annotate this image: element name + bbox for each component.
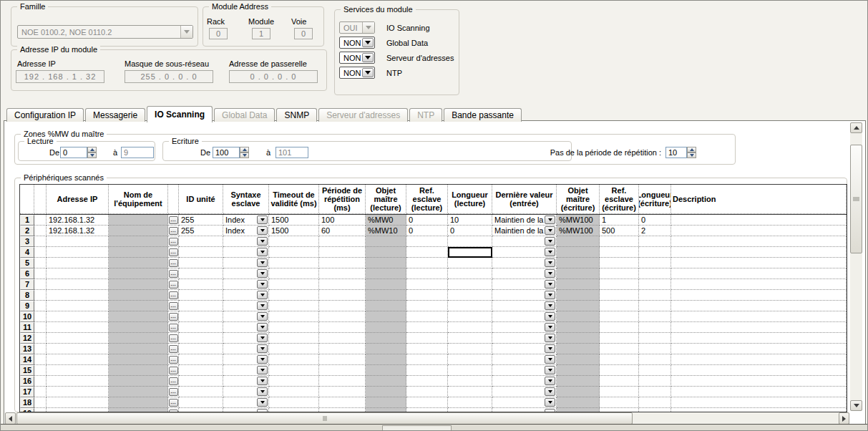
cell-syntax-10[interactable]	[223, 311, 269, 322]
cell-long_e-5[interactable]	[639, 258, 671, 268]
browse-button[interactable]: ...	[169, 281, 178, 289]
cell-ref_l-8[interactable]	[406, 290, 448, 301]
cell-ref_l-6[interactable]	[406, 268, 448, 279]
cell-ref_e-1[interactable]: 1	[600, 215, 639, 226]
cell-desc-8[interactable]	[671, 290, 847, 301]
cell-timeout-16[interactable]	[269, 376, 319, 387]
cell-ref_l-16[interactable]	[406, 376, 448, 387]
cell-blank-14[interactable]	[34, 354, 47, 365]
cell-long_l-3[interactable]	[448, 236, 492, 247]
cell-derniere-4[interactable]	[492, 247, 557, 258]
cell-syntax-9[interactable]	[223, 301, 269, 311]
cell-long_l-7[interactable]	[448, 279, 492, 290]
cell-syntax-7[interactable]	[223, 279, 269, 290]
row-header-9[interactable]: 9	[20, 301, 34, 311]
cell-long_e-4[interactable]	[639, 247, 671, 258]
cell-blank-2[interactable]	[34, 226, 47, 236]
syntax-dropdown-button[interactable]	[257, 398, 268, 407]
cell-timeout-3[interactable]	[269, 236, 319, 247]
row-header-2[interactable]: 2	[20, 226, 34, 236]
cell-timeout-11[interactable]	[269, 322, 319, 333]
syntax-dropdown-button[interactable]	[257, 216, 268, 224]
cell-ref_e-16[interactable]	[600, 376, 639, 387]
cell-derniere-13[interactable]	[492, 344, 557, 354]
derniere-valeur-dropdown-button[interactable]	[545, 301, 555, 310]
cell-desc-6[interactable]	[671, 268, 847, 279]
cell-periode-4[interactable]	[319, 247, 366, 258]
cell-ref_e-3[interactable]	[600, 236, 639, 247]
row-header-18[interactable]: 18	[20, 397, 34, 408]
cell-long_e-11[interactable]	[639, 322, 671, 333]
syntax-dropdown-button[interactable]	[257, 258, 268, 267]
tab-io-scanning[interactable]: IO Scanning	[147, 106, 213, 122]
syntax-dropdown-button[interactable]	[257, 366, 268, 374]
cell-ip-18[interactable]	[47, 397, 109, 408]
cell-timeout-1[interactable]: 1500	[269, 215, 319, 226]
cell-ref_e-18[interactable]	[600, 397, 639, 408]
cell-timeout-8[interactable]	[269, 290, 319, 301]
row-header-12[interactable]: 12	[20, 333, 34, 344]
cell-desc-18[interactable]	[671, 397, 847, 408]
cell-blank-15[interactable]	[34, 365, 47, 376]
cell-desc-15[interactable]	[671, 365, 847, 376]
scroll-down-button[interactable]	[850, 400, 862, 411]
cell-ref_e-17[interactable]	[600, 387, 639, 397]
derniere-valeur-dropdown-button[interactable]	[545, 237, 555, 246]
cell-ref_l-17[interactable]	[406, 387, 448, 397]
cell-desc-14[interactable]	[671, 354, 847, 365]
cell-blank-17[interactable]	[34, 387, 47, 397]
cell-desc-4[interactable]	[671, 247, 847, 258]
cell-derniere-10[interactable]	[492, 311, 557, 322]
cell-long_e-9[interactable]	[639, 301, 671, 311]
cell-ip-3[interactable]	[47, 236, 109, 247]
cell-ref_e-4[interactable]	[600, 247, 639, 258]
cell-derniere-8[interactable]	[492, 290, 557, 301]
cell-ref_l-14[interactable]	[406, 354, 448, 365]
cell-timeout-12[interactable]	[269, 333, 319, 344]
cell-syntax-8[interactable]	[223, 290, 269, 301]
cell-desc-5[interactable]	[671, 258, 847, 268]
cell-blank-11[interactable]	[34, 322, 47, 333]
cell-long_e-6[interactable]	[639, 268, 671, 279]
cell-long_l-17[interactable]	[448, 387, 492, 397]
cell-ip-6[interactable]	[47, 268, 109, 279]
cell-long_l-10[interactable]	[448, 311, 492, 322]
row-header-7[interactable]: 7	[20, 279, 34, 290]
cell-long_e-1[interactable]: 0	[639, 215, 671, 226]
cell-unit-18[interactable]	[179, 397, 223, 408]
lecture-de-input[interactable]: 0	[60, 147, 87, 158]
cell-long_e-7[interactable]	[639, 279, 671, 290]
cell-timeout-14[interactable]	[269, 354, 319, 365]
syntax-dropdown-button[interactable]	[257, 248, 268, 256]
lecture-de-spinner[interactable]	[87, 147, 97, 158]
cell-blank-16[interactable]	[34, 376, 47, 387]
syntax-dropdown-button[interactable]	[257, 312, 268, 321]
cell-syntax-2[interactable]: Index	[223, 226, 269, 236]
derniere-valeur-dropdown-button[interactable]	[545, 269, 555, 278]
cell-periode-16[interactable]	[319, 376, 366, 387]
cell-timeout-5[interactable]	[269, 258, 319, 268]
derniere-valeur-dropdown-button[interactable]	[545, 312, 555, 321]
cell-blank-6[interactable]	[34, 268, 47, 279]
cell-unit-11[interactable]	[179, 322, 223, 333]
syntax-dropdown-button[interactable]	[257, 280, 268, 289]
cell-ref_e-5[interactable]	[600, 258, 639, 268]
cell-desc-1[interactable]	[671, 215, 847, 226]
cell-blank-10[interactable]	[34, 311, 47, 322]
cell-unit-13[interactable]	[179, 344, 223, 354]
browse-button[interactable]: ...	[169, 388, 178, 396]
cell-derniere-11[interactable]	[492, 322, 557, 333]
derniere-valeur-dropdown-button[interactable]	[545, 248, 555, 256]
browse-button[interactable]: ...	[169, 356, 178, 364]
cell-ref_e-12[interactable]	[600, 333, 639, 344]
cell-long_e-18[interactable]	[639, 397, 671, 408]
cell-syntax-6[interactable]	[223, 268, 269, 279]
cell-timeout-17[interactable]	[269, 387, 319, 397]
cell-timeout-2[interactable]: 1500	[269, 226, 319, 236]
cell-syntax-14[interactable]	[223, 354, 269, 365]
cell-ref_e-15[interactable]	[600, 365, 639, 376]
syntax-dropdown-button[interactable]	[257, 355, 268, 364]
cell-desc-12[interactable]	[671, 333, 847, 344]
cell-derniere-5[interactable]	[492, 258, 557, 268]
cell-ref_l-15[interactable]	[406, 365, 448, 376]
